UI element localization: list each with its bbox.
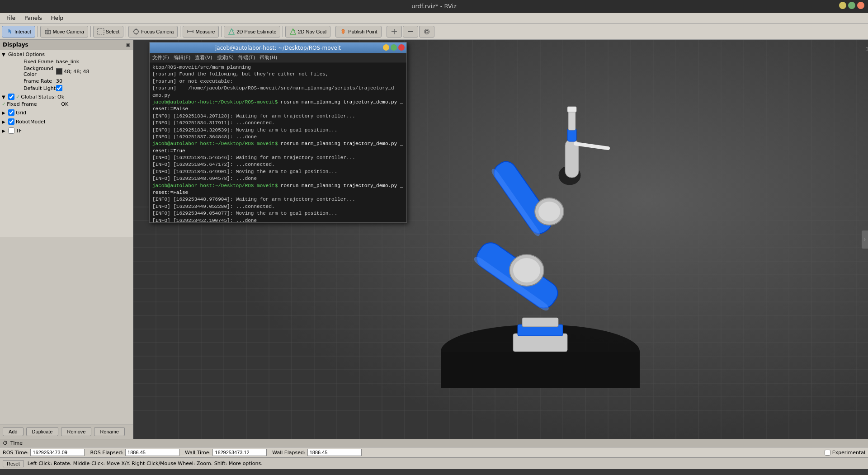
crosshair-button[interactable] [387,26,402,38]
ros-time-field: ROS Time: [3,449,85,456]
fixed-frame-label: Fixed Frame [2,59,56,65]
background-color-label: Background Color [2,66,56,77]
global-options-arrow: ▼ [2,52,7,57]
terminal-close-button[interactable] [398,44,405,51]
term-line: [INFO] [1629251834.317911]: ...connected… [152,120,404,127]
wall-elapsed-input[interactable] [307,449,362,456]
measure-button[interactable]: Measure [183,26,219,38]
fixed-frame-value: base_link [56,59,79,65]
term-line: [INFO] [1629251845.649901]: Moving the a… [152,169,404,175]
time-clock-icon: ⏱ [3,440,8,446]
ros-time-input[interactable] [30,449,85,456]
left-panel: Displays ▣ ▼ Global Options Fixed Frame … [0,40,133,439]
term-menu-file[interactable]: 文件(F) [152,54,169,61]
robotmodel-label: RobotModel [16,119,131,125]
svg-rect-76 [513,334,567,352]
duplicate-button[interactable]: Duplicate [26,427,59,436]
minimize-button[interactable] [839,2,846,9]
robotmodel-row[interactable]: ▶ RobotModel [0,118,133,126]
svg-marker-16 [290,29,296,34]
nav-goal-button[interactable]: 2D Nav Goal [285,26,330,38]
settings-icon [423,28,430,35]
term-menu-help[interactable]: 帮助(H) [259,54,277,61]
default-light-row[interactable]: Default Light [0,85,133,92]
svg-rect-90 [568,110,576,130]
menu-file[interactable]: File [2,14,20,22]
robotmodel-checkbox[interactable] [8,118,14,125]
viewport-collapse-button[interactable]: › [862,230,868,249]
time-body: ROS Time: ROS Elapsed: Wall Time: Wall E… [0,447,868,457]
select-button[interactable]: Select [93,26,124,38]
grid-row[interactable]: ▶ Grid [0,108,133,117]
terminal-window[interactable]: jacob@autolabor-host: ~/Desktop/ROS-move… [149,42,407,223]
terminal-body[interactable]: ktop/ROS-moveit/src/marm_planning [rosru… [150,62,406,222]
publish-point-icon [340,28,347,35]
displays-body: ▼ Global Options Fixed Frame base_link B… [0,50,133,237]
terminal-minimize-button[interactable] [383,44,389,51]
term-menu-edit[interactable]: 编辑(E) [174,54,191,61]
ros-time-label: ROS Time: [3,450,28,456]
remove-button[interactable]: Remove [61,427,91,436]
displays-header: Displays ▣ [0,40,133,50]
background-color-swatch [56,68,62,75]
terminal-maximize-button[interactable] [391,44,397,51]
global-status-row[interactable]: ▼ ✓ Global Status: Ok [0,93,133,101]
grid-checkbox[interactable] [8,109,14,116]
status-fixed-frame-label: Fixed Frame [7,101,61,107]
svg-marker-3 [47,28,49,29]
wall-elapsed-field: Wall Elapsed: [272,449,361,456]
settings-button[interactable] [419,26,434,38]
frame-rate-label: Frame Rate [2,78,56,84]
background-color-row[interactable]: Background Color 48; 48; 48 [0,65,133,78]
term-line: [rosrun] Found the following, but they'r… [152,71,404,78]
reset-button[interactable]: Reset [3,460,24,467]
svg-point-86 [538,202,560,221]
displays-collapse-button[interactable]: ▣ [126,42,130,47]
grid-arrow: ▶ [2,110,7,115]
measure-icon [187,28,194,35]
statusbar: Reset Left-Click: Rotate. Middle-Click: … [0,457,868,469]
minus-button[interactable] [403,26,418,38]
tf-row[interactable]: ▶ TF [0,127,133,135]
close-button[interactable] [857,2,864,9]
term-menu-search[interactable]: 搜索(S) [217,54,234,61]
frame-rate-row[interactable]: Frame Rate 30 [0,78,133,85]
term-menu-view[interactable]: 查看(V) [195,54,212,61]
term-menu-terminal[interactable]: 终端(T) [238,54,255,61]
global-status-fixed-frame-row[interactable]: ✓ Fixed Frame OK [0,101,133,108]
status-hint: Left-Click: Rotate. Middle-Click: Move X… [28,461,263,466]
viewport[interactable]: 31fps jacob@autolabor-host: ~/Desktop/RO… [133,40,868,439]
wall-time-input[interactable] [212,449,267,456]
publish-point-button[interactable]: Publish Point [335,26,381,38]
ros-elapsed-input[interactable] [125,449,179,456]
menu-help[interactable]: Help [47,14,68,22]
interact-button[interactable]: Interact [2,26,35,38]
term-line: [INFO] [1629251845.546546]: Waiting for … [152,155,404,161]
default-light-label: Default Light [2,85,56,91]
menu-panels[interactable]: Panels [20,14,47,22]
svg-marker-13 [229,29,234,34]
svg-point-19 [342,29,344,32]
tf-checkbox[interactable] [8,127,14,134]
move-camera-button[interactable]: Move Camera [40,26,88,38]
default-light-checkbox[interactable] [56,85,62,91]
focus-camera-button[interactable]: Focus Camera [128,26,178,38]
tf-arrow: ▶ [2,128,7,133]
global-status-checkbox[interactable] [8,94,14,100]
bottom-panel: ⏱ Time ROS Time: ROS Elapsed: Wall Time:… [0,439,868,457]
fixed-frame-row[interactable]: Fixed Frame base_link [0,58,133,65]
svg-rect-91 [567,107,576,112]
time-header-label: Time [10,440,23,446]
background-color-value: 48; 48; 48 [64,69,89,75]
term-line: [INFO] [1629251834.207128]: Waiting for … [152,113,404,120]
pose-estimate-button[interactable]: 2D Pose Estimate [224,26,280,38]
rename-button[interactable]: Rename [94,427,125,436]
maximize-button[interactable] [848,2,855,9]
robotmodel-arrow: ▶ [2,119,7,124]
time-header: ⏱ Time [0,439,868,447]
term-line: [INFO] [1629251837.364848]: ...done [152,134,404,141]
global-options-row[interactable]: ▼ Global Options [0,51,133,58]
experimental-checkbox[interactable] [825,450,830,456]
add-button[interactable]: Add [3,427,24,436]
nav-goal-icon [289,28,297,35]
